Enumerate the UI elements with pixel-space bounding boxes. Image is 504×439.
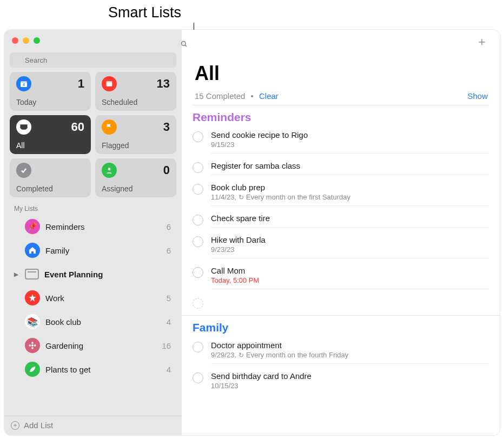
reminder-subtitle: 10/15/23 <box>211 382 489 390</box>
complete-toggle[interactable] <box>193 373 203 383</box>
plus-circle-icon: + <box>11 421 19 430</box>
reminder-item[interactable]: Send cookie recipe to Rigo 9/15/23 <box>182 126 500 157</box>
smart-list-completed[interactable]: Completed <box>10 158 91 197</box>
show-completed-button[interactable]: Show <box>467 91 488 101</box>
reminder-title: Hike with Darla <box>211 235 489 244</box>
reminder-title: Send cookie recipe to Rigo <box>211 130 489 139</box>
reminder-item[interactable]: Send birthday card to Andre 10/15/23 <box>182 367 500 397</box>
list-count: 4 <box>167 317 175 327</box>
list-group-event-planning[interactable]: ▶ Event Planning <box>13 262 176 286</box>
search-wrap <box>4 47 182 72</box>
list-row-gardening[interactable]: ▶ Gardening 16 <box>13 334 176 357</box>
zoom-window-button[interactable] <box>34 37 40 44</box>
checkmark-icon <box>16 163 31 178</box>
annotation-label: Smart Lists <box>108 4 181 21</box>
reminder-item[interactable]: Doctor appointment 9/29/23, ↻ Every mont… <box>182 336 500 367</box>
list-count: 6 <box>167 222 175 231</box>
reminder-subtitle: 9/15/23 <box>211 141 489 149</box>
complete-toggle[interactable] <box>193 162 203 173</box>
smart-lists-grid: 4 1 Today 13 Scheduled <box>4 72 182 197</box>
smart-flagged-label: Flagged <box>102 141 170 150</box>
smart-today-label: Today <box>16 98 84 107</box>
reminder-subtitle: 11/4/23, ↻ Every month on the first Satu… <box>211 193 489 201</box>
svg-marker-8 <box>29 294 36 301</box>
reminders-items: Send cookie recipe to Rigo 9/15/23 Regis… <box>182 126 500 312</box>
list-row-reminders[interactable]: ▶ 📌 Reminders 6 <box>13 215 176 238</box>
reminder-title: Check spare tire <box>211 214 489 223</box>
books-icon: 📚 <box>25 314 40 329</box>
app-window: 4 1 Today 13 Scheduled <box>4 30 500 435</box>
clear-completed-button[interactable]: Clear <box>259 91 278 101</box>
reminder-date: 11/4/23, <box>211 193 236 201</box>
reminder-date: 9/29/23, <box>211 351 236 359</box>
star-icon <box>25 290 40 305</box>
minimize-window-button[interactable] <box>23 37 29 44</box>
search-input[interactable] <box>10 52 176 68</box>
smart-list-assigned[interactable]: 0 Assigned <box>95 158 176 197</box>
reminder-title: Register for samba class <box>211 161 489 170</box>
smart-list-today[interactable]: 4 1 Today <box>10 72 91 111</box>
smart-today-count: 1 <box>78 77 84 91</box>
repeat-icon: ↻ <box>238 351 244 359</box>
list-row-family[interactable]: ▶ Family 6 <box>13 238 176 262</box>
main-toolbar: ＋ <box>182 30 500 49</box>
reminders-scroll[interactable]: Reminders Send cookie recipe to Rigo 9/1… <box>182 105 500 435</box>
sidebar: 4 1 Today 13 Scheduled <box>4 30 182 435</box>
reminder-title: Call Mom <box>211 266 489 275</box>
smart-all-label: All <box>16 141 84 150</box>
svg-point-11 <box>31 347 34 349</box>
complete-toggle[interactable] <box>193 131 203 142</box>
list-label: Family <box>45 246 161 255</box>
completed-row: 15 Completed • Clear Show <box>193 86 489 105</box>
reminder-item[interactable]: Check spare tire <box>182 209 500 231</box>
smart-list-flagged[interactable]: 3 Flagged <box>95 115 176 154</box>
complete-toggle[interactable] <box>193 184 203 195</box>
smart-flagged-count: 3 <box>163 120 170 134</box>
reminder-item[interactable]: Hike with Darla 9/23/23 <box>182 231 500 262</box>
complete-toggle[interactable] <box>193 267 203 278</box>
reminder-item[interactable]: Call Mom Today, 5:00 PM <box>182 262 500 292</box>
smart-list-scheduled[interactable]: 13 Scheduled <box>95 72 176 111</box>
reminder-subtitle: 9/29/23, ↻ Every month on the fourth Fri… <box>211 351 489 359</box>
folder-group-icon <box>25 269 39 280</box>
main-header: All 15 Completed • Clear Show <box>182 49 500 105</box>
list-row-book-club[interactable]: ▶ 📚 Book club 4 <box>13 310 176 334</box>
family-items: Doctor appointment 9/29/23, ↻ Every mont… <box>182 336 500 397</box>
list-row-work[interactable]: ▶ Work 5 <box>13 286 176 310</box>
chevron-right-icon[interactable]: ▶ <box>14 271 19 277</box>
reminder-item[interactable]: Book club prep 11/4/23, ↻ Every month on… <box>182 178 500 209</box>
leaf-icon <box>25 362 40 377</box>
smart-completed-label: Completed <box>16 184 84 193</box>
reminder-title: Book club prep <box>211 183 489 192</box>
complete-toggle[interactable] <box>193 342 203 352</box>
list-label: Event Planning <box>44 270 165 279</box>
list-count: 16 <box>162 341 175 350</box>
add-list-label: Add List <box>24 421 53 430</box>
list-label: Book club <box>45 317 161 327</box>
new-reminder-placeholder[interactable] <box>182 292 500 312</box>
reminder-item[interactable]: Register for samba class <box>182 157 500 178</box>
smart-assigned-count: 0 <box>163 163 170 177</box>
window-controls <box>4 30 182 47</box>
smart-list-all[interactable]: 60 All <box>10 115 91 154</box>
complete-toggle[interactable] <box>193 236 203 247</box>
svg-point-13 <box>34 344 36 347</box>
close-window-button[interactable] <box>12 37 18 44</box>
svg-point-10 <box>31 342 34 344</box>
my-lists-section: My Lists ▶ 📌 Reminders 6 ▶ Family 6 ▶ Ev… <box>4 197 182 416</box>
dot-separator: • <box>251 91 254 101</box>
reminder-title: Doctor appointment <box>211 341 489 350</box>
list-label: Work <box>45 294 161 303</box>
flower-icon <box>25 338 40 353</box>
svg-point-7 <box>108 168 111 170</box>
reminder-subtitle-overdue: Today, 5:00 PM <box>211 276 489 284</box>
my-lists-header: My Lists <box>13 205 176 212</box>
add-list-button[interactable]: + Add List <box>4 416 182 435</box>
list-count: 4 <box>167 365 175 374</box>
list-row-plants-to-get[interactable]: ▶ Plants to get 4 <box>13 357 176 381</box>
complete-toggle[interactable] <box>193 215 203 225</box>
new-reminder-button[interactable]: ＋ <box>476 36 488 48</box>
list-count: 5 <box>167 294 175 303</box>
annotation-overlay: Smart Lists <box>0 0 504 30</box>
complete-toggle-placeholder[interactable] <box>193 298 203 309</box>
